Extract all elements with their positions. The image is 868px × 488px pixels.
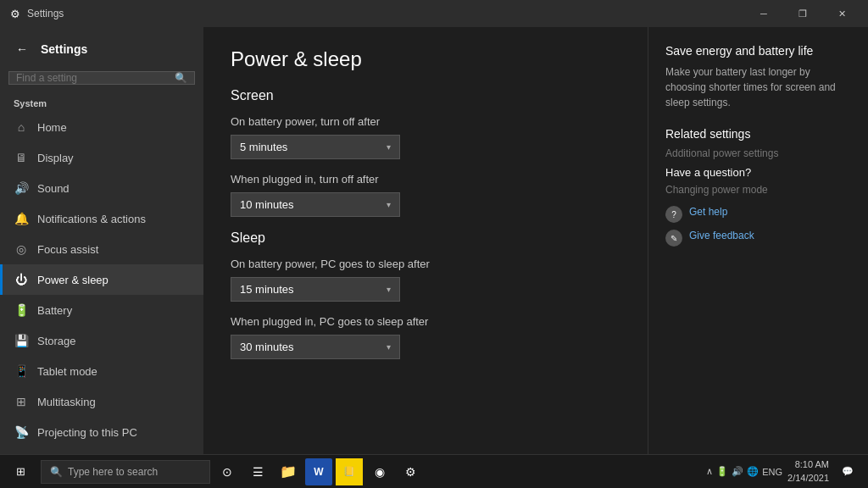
sidebar-item-label: Home (37, 121, 67, 134)
sleep-section-title: Sleep (231, 230, 620, 246)
maximize-button[interactable]: ❐ (783, 0, 822, 27)
sidebar: ← Settings 🔍 System ⌂ Home 🖥 Display 🔊 S… (0, 27, 203, 454)
sidebar-item-power[interactable]: ⏻ Power & sleep (0, 264, 203, 295)
screen-section-title: Screen (231, 88, 620, 103)
get-help-item[interactable]: ? Get help (665, 206, 851, 223)
taskbar-search-icon: 🔍 (50, 466, 63, 478)
sidebar-item-sound[interactable]: 🔊 Sound (0, 173, 203, 203)
settings-icon: ⚙ (10, 8, 20, 20)
sidebar-item-projecting[interactable]: 📡 Projecting to this PC (0, 417, 203, 447)
start-button[interactable]: ⊞ (0, 455, 41, 489)
chevron-down-icon: ▾ (387, 285, 391, 294)
title-bar: ⚙ Settings ─ ❐ ✕ (0, 0, 868, 27)
display-icon: 🖥 (14, 151, 29, 164)
plugged-screen-label: When plugged in, turn off after (231, 173, 620, 186)
battery-sleep-label: On battery power, PC goes to sleep after (231, 258, 620, 270)
taskbar-cortana-icon[interactable]: ⊙ (214, 458, 241, 485)
notification-center-button[interactable]: 💬 (834, 458, 861, 485)
tray-expand-icon[interactable]: ∧ (706, 466, 713, 477)
chevron-down-icon: ▾ (387, 142, 391, 152)
chevron-down-icon: ▾ (387, 200, 391, 209)
sidebar-item-tablet[interactable]: 📱 Tablet mode (0, 356, 203, 386)
battery-screen-value: 5 minutes (240, 141, 287, 153)
start-icon: ⊞ (16, 465, 25, 478)
minimize-button[interactable]: ─ (744, 0, 783, 27)
search-icon: 🔍 (175, 72, 187, 84)
taskbar-taskview-icon[interactable]: ☰ (244, 458, 271, 485)
plugged-sleep-value: 30 minutes (240, 341, 294, 353)
chevron-down-icon: ▾ (387, 342, 391, 352)
right-panel: Save energy and battery life Make your b… (648, 27, 868, 454)
storage-icon: 💾 (14, 334, 29, 347)
tablet-icon: 📱 (14, 364, 29, 378)
taskbar-search-label: Type here to search (68, 466, 158, 478)
related-title: Related settings (665, 127, 851, 141)
sidebar-item-battery[interactable]: 🔋 Battery (0, 295, 203, 325)
sidebar-item-label: Battery (37, 304, 72, 317)
sidebar-item-display[interactable]: 🖥 Display (0, 142, 203, 173)
sidebar-item-label: Display (37, 152, 74, 164)
sidebar-item-shared[interactable]: ♾ Shared experiences (0, 447, 203, 454)
feedback-item[interactable]: ✎ Give feedback (665, 230, 851, 247)
give-feedback-label: Give feedback (689, 230, 754, 241)
close-button[interactable]: ✕ (822, 0, 861, 27)
search-box[interactable]: 🔍 (8, 71, 195, 85)
lang-indicator: ENG (762, 467, 782, 477)
volume-tray-icon[interactable]: 🔊 (732, 466, 743, 477)
clock-date: 2/14/2021 (787, 472, 829, 485)
sidebar-item-label: Multitasking (37, 396, 96, 408)
get-help-label: Get help (689, 206, 727, 218)
taskbar-tray-icons: ∧ 🔋 🔊 🌐 ENG (706, 466, 782, 477)
main-area: ← Settings 🔍 System ⌂ Home 🖥 Display 🔊 S… (0, 27, 868, 454)
question-title: Have a question? (665, 166, 851, 179)
sidebar-item-label: Notifications & actions (37, 213, 146, 225)
power-icon: ⏻ (14, 273, 29, 286)
sound-icon: 🔊 (14, 181, 29, 195)
battery-screen-dropdown[interactable]: 5 minutes ▾ (231, 135, 400, 159)
taskbar-word-icon[interactable]: W (305, 458, 332, 485)
sidebar-item-label: Projecting to this PC (37, 426, 137, 439)
search-input[interactable] (16, 72, 175, 84)
battery-sleep-dropdown[interactable]: 15 minutes ▾ (231, 277, 400, 302)
sidebar-item-label: Focus assist (37, 243, 98, 256)
projecting-icon: 📡 (14, 425, 29, 439)
taskbar-settings-icon[interactable]: ⚙ (397, 458, 424, 485)
taskbar-clock[interactable]: 8:10 AM 2/14/2021 (787, 458, 829, 485)
battery-screen-label: On battery power, turn off after (231, 115, 620, 128)
taskbar-sticky-icon[interactable]: 📒 (336, 458, 363, 485)
focus-icon: ◎ (14, 242, 29, 256)
taskbar-chrome-icon[interactable]: ◉ (366, 458, 393, 485)
plugged-screen-value: 10 minutes (240, 198, 294, 211)
battery-tray-icon: 🔋 (716, 466, 728, 477)
plugged-sleep-label: When plugged in, PC goes to sleep after (231, 315, 620, 328)
network-tray-icon: 🌐 (747, 466, 759, 477)
sidebar-item-storage[interactable]: 💾 Storage (0, 325, 203, 356)
info-text: Make your battery last longer by choosin… (665, 64, 851, 110)
plugged-sleep-dropdown[interactable]: 30 minutes ▾ (231, 335, 400, 359)
feedback-icon: ✎ (665, 230, 682, 247)
taskbar-explorer-icon[interactable]: 📁 (275, 458, 302, 485)
sidebar-item-label: Storage (37, 335, 76, 347)
sidebar-item-multitasking[interactable]: ⊞ Multitasking (0, 386, 203, 417)
content-area: Power & sleep Screen On battery power, t… (203, 27, 648, 454)
home-icon: ⌂ (14, 120, 29, 134)
taskbar: ⊞ 🔍 Type here to search ⊙ ☰ 📁 W 📒 ◉ ⚙ ∧ … (0, 454, 868, 488)
help-icon: ? (665, 206, 682, 223)
sidebar-item-focus[interactable]: ◎ Focus assist (0, 234, 203, 264)
plugged-screen-dropdown[interactable]: 10 minutes ▾ (231, 192, 400, 217)
taskbar-search[interactable]: 🔍 Type here to search (41, 460, 210, 484)
sidebar-app-title: Settings (41, 42, 87, 56)
taskbar-right: ∧ 🔋 🔊 🌐 ENG 8:10 AM 2/14/2021 💬 (706, 458, 868, 485)
related-link[interactable]: Additional power settings (665, 147, 851, 159)
sidebar-item-label: Power & sleep (37, 274, 108, 286)
sidebar-header: ← Settings (0, 27, 203, 68)
sidebar-item-notifications[interactable]: 🔔 Notifications & actions (0, 203, 203, 234)
info-title: Save energy and battery life (665, 44, 851, 58)
multitasking-icon: ⊞ (14, 395, 29, 408)
clock-time: 8:10 AM (787, 458, 829, 471)
sidebar-item-home[interactable]: ⌂ Home (0, 112, 203, 142)
title-bar-controls: ─ ❐ ✕ (744, 0, 861, 27)
back-button[interactable]: ← (10, 37, 34, 61)
taskbar-app-icons: ⊙ ☰ 📁 W 📒 ◉ ⚙ (210, 458, 427, 485)
question-link[interactable]: Changing power mode (665, 184, 851, 196)
